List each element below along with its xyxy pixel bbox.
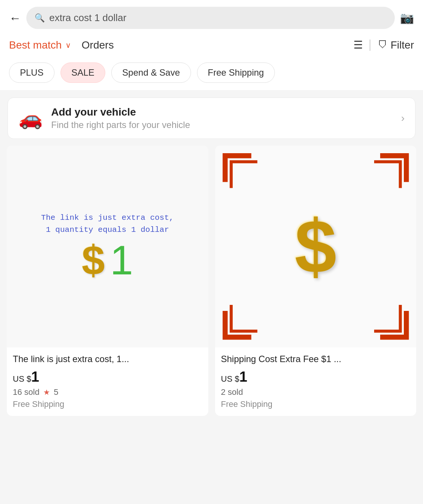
free-shipping-label-2: Free Shipping xyxy=(221,399,411,409)
vehicle-banner[interactable]: 🚗 Add your vehicle Find the right parts … xyxy=(8,97,415,139)
filter-tags-row: PLUS SALE Spend & Save Free Shipping xyxy=(0,57,423,91)
orders-sort-button[interactable]: Orders xyxy=(82,39,114,51)
price-currency-2: US $ xyxy=(221,374,240,384)
product-info-1: The link is just extra cost, 1... US $1 … xyxy=(7,347,208,416)
tag-sale[interactable]: SALE xyxy=(61,62,105,83)
vehicle-subtitle: Find the right parts for your vehicle xyxy=(51,120,190,130)
camera-button[interactable]: 📷 xyxy=(400,11,414,24)
product-card-1[interactable]: The link is just extra cost, 1 quantity … xyxy=(7,146,208,416)
product-info-2: Shipping Cost Extra Fee $1 ... US $1 2 s… xyxy=(215,347,417,416)
sold-row-2: 2 sold xyxy=(221,387,411,397)
sort-lines-icon[interactable]: ☰ xyxy=(353,39,362,51)
price-value-2: 1 xyxy=(239,369,247,385)
product-price-2: US $1 xyxy=(221,369,411,385)
number-one-icon: 1 xyxy=(110,239,133,281)
tag-plus[interactable]: PLUS xyxy=(9,62,55,83)
free-shipping-label-1: Free Shipping xyxy=(13,399,202,409)
best-match-label: Best match xyxy=(9,39,62,51)
sort-options: Best match∨ Orders xyxy=(9,39,114,51)
product-1-dollar-container: $ 1 xyxy=(82,239,133,281)
product-image-1: The link is just extra cost, 1 quantity … xyxy=(7,146,208,347)
star-icon-1: ★ xyxy=(43,388,50,397)
vertical-divider xyxy=(370,40,370,51)
header: ← 🔍 extra cost 1 dollar 📷 xyxy=(0,0,423,34)
chevron-down-icon: ∨ xyxy=(65,41,71,50)
filter-button[interactable]: ⛉ Filter xyxy=(378,39,414,51)
search-bar[interactable]: 🔍 extra cost 1 dollar xyxy=(26,7,395,29)
filter-controls: ☰ ⛉ Filter xyxy=(353,39,414,51)
product-price-1: US $1 xyxy=(13,369,202,385)
rating-1: 5 xyxy=(54,387,58,397)
tag-free-shipping[interactable]: Free Shipping xyxy=(197,62,275,83)
product-title-1: The link is just extra cost, 1... xyxy=(13,353,202,365)
dollar-sign-icon-1: $ xyxy=(82,239,105,281)
vehicle-title: Add your vehicle xyxy=(51,106,190,118)
product-title-2: Shipping Cost Extra Fee $1 ... xyxy=(221,353,411,365)
best-match-button[interactable]: Best match∨ xyxy=(9,39,71,51)
search-query-text: extra cost 1 dollar xyxy=(49,12,126,24)
vehicle-text: Add your vehicle Find the right parts fo… xyxy=(51,106,190,130)
price-currency-1: US $ xyxy=(13,374,31,384)
tag-spend-save[interactable]: Spend & Save xyxy=(111,62,191,83)
sold-count-2: 2 sold xyxy=(221,387,243,397)
product-card-2[interactable]: $ Shipping Cost Extra Fee $1 ... US $1 2… xyxy=(215,146,417,416)
funnel-icon: ⛉ xyxy=(378,39,388,51)
sold-row-1: 16 sold ★ 5 xyxy=(13,387,202,397)
product-image-2: $ xyxy=(215,146,417,347)
search-icon: 🔍 xyxy=(35,13,45,23)
vehicle-banner-left: 🚗 Add your vehicle Find the right parts … xyxy=(18,106,190,130)
chevron-right-icon: › xyxy=(401,112,405,124)
product-1-image-text: The link is just extra cost, 1 quantity … xyxy=(41,212,174,236)
filter-label: Filter xyxy=(391,39,414,51)
car-icon: 🚗 xyxy=(18,107,43,130)
product-grid: The link is just extra cost, 1 quantity … xyxy=(0,146,423,427)
sold-count-1: 16 sold xyxy=(13,387,39,397)
back-button[interactable]: ← xyxy=(9,12,21,24)
price-value-1: 1 xyxy=(31,369,39,385)
filter-row: Best match∨ Orders ☰ ⛉ Filter xyxy=(0,34,423,57)
